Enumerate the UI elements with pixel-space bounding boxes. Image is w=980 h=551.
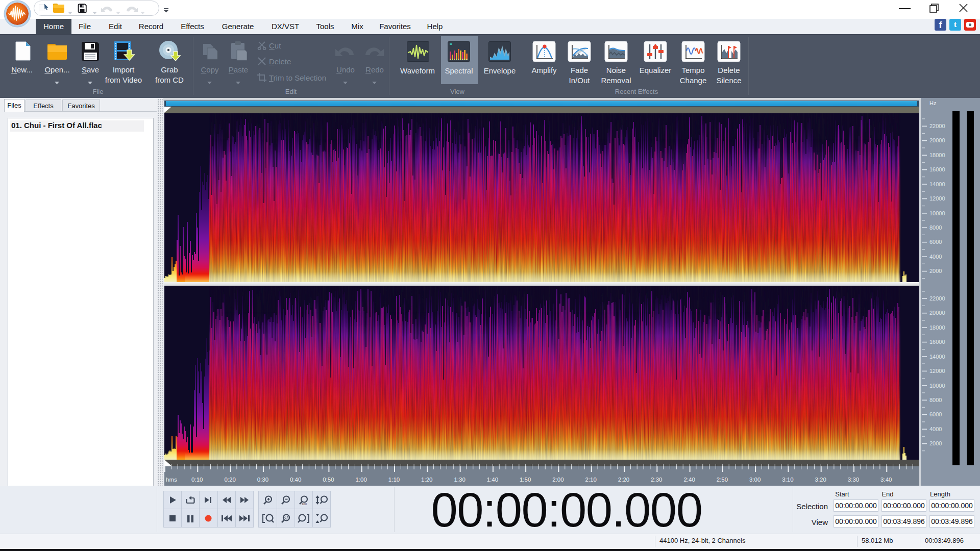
svg-text:0:50: 0:50	[323, 477, 334, 483]
svg-text:3:20: 3:20	[815, 477, 826, 483]
svg-text:0:10: 0:10	[191, 477, 203, 483]
svg-text:10000: 10000	[929, 383, 945, 389]
svg-text:14000: 14000	[929, 354, 945, 360]
svg-text:0:40: 0:40	[290, 477, 301, 483]
svg-text:2:30: 2:30	[651, 477, 662, 483]
svg-text:2000: 2000	[929, 268, 942, 274]
svg-text:1:00: 1:00	[356, 477, 367, 483]
svg-text:12000: 12000	[929, 195, 945, 202]
svg-text:0:30: 0:30	[257, 477, 268, 483]
svg-text:8000: 8000	[929, 224, 942, 231]
svg-text:1:50: 1:50	[520, 477, 531, 483]
svg-text:20000: 20000	[929, 137, 945, 143]
svg-text:2:00: 2:00	[552, 477, 564, 483]
svg-text:4000: 4000	[929, 426, 942, 432]
svg-text:4000: 4000	[929, 254, 942, 260]
svg-text:3:10: 3:10	[782, 477, 793, 483]
svg-text:100: 100	[302, 503, 307, 506]
svg-text:2:20: 2:20	[618, 477, 629, 483]
svg-text:12000: 12000	[929, 368, 945, 374]
svg-text:16000: 16000	[929, 339, 945, 345]
svg-text:3:30: 3:30	[848, 477, 859, 483]
svg-text:2:10: 2:10	[585, 477, 597, 483]
svg-text:18000: 18000	[929, 152, 945, 158]
svg-text:0:20: 0:20	[224, 477, 235, 483]
svg-text:22000: 22000	[929, 295, 945, 302]
svg-text:2000: 2000	[929, 440, 942, 446]
svg-text:10000: 10000	[929, 210, 945, 216]
svg-text:22000: 22000	[929, 123, 945, 129]
svg-text:14000: 14000	[929, 181, 945, 187]
svg-text:hms: hms	[166, 477, 177, 483]
svg-text:6000: 6000	[929, 411, 942, 417]
svg-text:6000: 6000	[929, 239, 942, 245]
svg-text:3:40: 3:40	[880, 477, 892, 483]
svg-text:1:20: 1:20	[421, 477, 432, 483]
svg-text:1:40: 1:40	[487, 477, 498, 483]
svg-text:1:30: 1:30	[454, 477, 465, 483]
svg-text:1:10: 1:10	[388, 477, 400, 483]
svg-text:Hz: Hz	[929, 100, 936, 106]
svg-text:18000: 18000	[929, 324, 945, 331]
svg-text:2:50: 2:50	[717, 477, 728, 483]
svg-text:3:00: 3:00	[749, 477, 761, 483]
svg-text:8000: 8000	[929, 397, 942, 403]
svg-text:16000: 16000	[929, 166, 945, 172]
svg-text:2:40: 2:40	[683, 477, 695, 483]
svg-text:20000: 20000	[929, 310, 945, 316]
